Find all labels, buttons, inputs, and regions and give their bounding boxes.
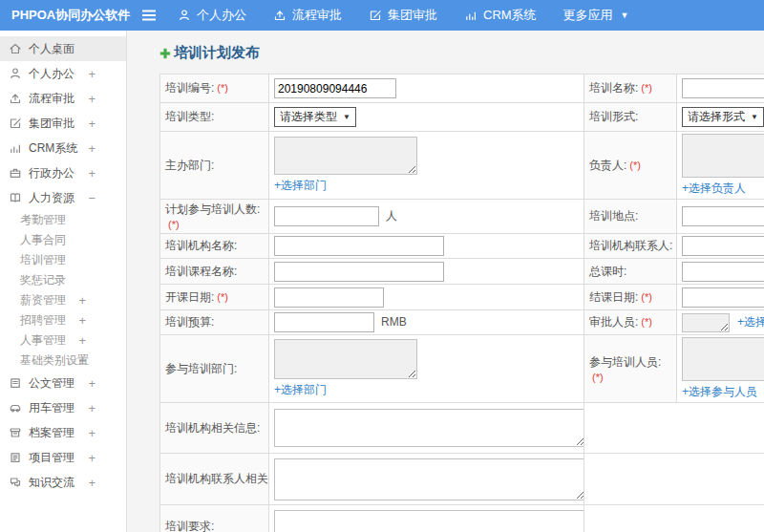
sidebar-item-13[interactable]: 人事管理+ (0, 330, 126, 351)
form-text-input[interactable] (682, 236, 764, 256)
field-label: 培训要求: (165, 520, 214, 532)
hamburger-menu-icon[interactable] (141, 9, 157, 22)
sidebar-item-label: 流程审批 (29, 91, 74, 107)
field-value-cell (677, 200, 764, 234)
expand-plus-icon[interactable]: + (88, 401, 96, 415)
field-label-cell: 培训预算: (160, 310, 269, 335)
top-bar: PHPOA协同办公软件 个人办公流程审批集团审批CRM系统更多应用▼ (0, 0, 764, 31)
sidebar-item-14[interactable]: 基础类别设置+ (0, 351, 126, 371)
picker-link[interactable]: +选择部门 (274, 178, 327, 194)
nav-item-0[interactable]: 个人办公 (178, 7, 246, 24)
sidebar-item-4[interactable]: CRM系统+ (0, 136, 126, 160)
home-icon (8, 42, 22, 55)
expand-plus-icon[interactable]: + (88, 141, 96, 156)
expand-plus-icon[interactable]: + (88, 451, 96, 465)
sidebar-item-label: 用车管理 (29, 400, 74, 416)
required-mark: (*) (641, 82, 652, 94)
sidebar-item-label: 项目管理 (29, 450, 74, 466)
process-icon (273, 9, 286, 22)
form-text-input[interactable] (274, 236, 444, 256)
picker-link[interactable]: +选择参与人员 (682, 384, 757, 400)
form-select[interactable]: 请选择类型▼ (274, 107, 356, 127)
expand-plus-icon[interactable]: + (88, 117, 96, 131)
sidebar-item-11[interactable]: 薪资管理+ (0, 290, 126, 310)
sidebar-item-8[interactable]: 人事合同 (0, 230, 126, 250)
nav-item-3[interactable]: CRM系统 (464, 7, 537, 24)
form-textarea[interactable] (274, 458, 584, 500)
form-text-input[interactable] (682, 287, 764, 308)
picker-textarea[interactable] (274, 137, 417, 175)
field-label-cell: 培训机构相关信息: (160, 403, 269, 454)
select-value: 请选择类型 (280, 109, 337, 125)
field-label: 参与培训人员: (589, 355, 661, 369)
nav-item-1[interactable]: 流程审批 (273, 7, 342, 24)
form-text-input[interactable] (682, 206, 764, 226)
form-text-input[interactable] (274, 206, 379, 226)
form-text-input[interactable] (274, 78, 396, 98)
sidebar-item-17[interactable]: 档案管理+ (0, 420, 126, 445)
briefcase-icon (8, 166, 22, 180)
sidebar-item-0[interactable]: 个人桌面 (0, 36, 126, 61)
expand-plus-icon[interactable]: + (88, 426, 96, 440)
field-label: 总课时: (589, 265, 626, 278)
expand-plus-icon[interactable]: + (88, 376, 96, 391)
field-label-cell: 培训要求: (160, 505, 269, 532)
picker-textarea[interactable] (682, 313, 730, 332)
sidebar-item-3[interactable]: 集团审批+ (0, 111, 126, 136)
sidebar-item-9[interactable]: 培训管理 (0, 250, 126, 270)
nav-item-2[interactable]: 集团审批 (369, 7, 437, 24)
expand-plus-icon[interactable]: + (88, 67, 96, 81)
sidebar-item-2[interactable]: 流程审批+ (0, 86, 126, 111)
picker-link[interactable]: +选择负责人 (682, 181, 746, 197)
expand-plus-icon[interactable]: + (78, 293, 86, 308)
form-select[interactable]: 请选择形式▼ (682, 107, 764, 127)
sidebar-item-label: 薪资管理 (20, 292, 66, 309)
picker-link[interactable]: +选择审批人员 (737, 314, 764, 330)
expand-plus-icon[interactable]: + (88, 166, 96, 181)
field-value-cell (269, 454, 584, 505)
form-text-input[interactable] (274, 262, 444, 282)
field-label-cell: 培训机构联系人相关信息: (160, 454, 269, 505)
expand-plus-icon[interactable]: + (78, 313, 86, 328)
sidebar-item-7[interactable]: 考勤管理 (0, 210, 126, 230)
form-text-input[interactable] (274, 312, 374, 332)
field-value-cell (269, 74, 584, 103)
nav-item-label: 个人办公 (197, 7, 246, 24)
expand-plus-icon[interactable]: + (78, 333, 86, 348)
form-text-input[interactable] (274, 287, 384, 308)
archive-icon (8, 426, 22, 439)
field-label: 培训机构相关信息: (165, 421, 260, 435)
picker-textarea[interactable] (274, 339, 417, 379)
form-row: 参与培训部门:+选择部门参与培训人员:(*)+选择参与人员 (160, 335, 764, 403)
field-value-cell (269, 285, 584, 310)
picker-textarea[interactable] (682, 134, 764, 178)
field-label-cell: 主办部门: (160, 132, 269, 200)
sidebar-item-12[interactable]: 招聘管理+ (0, 310, 126, 330)
form-textarea[interactable] (274, 510, 584, 532)
form-textarea[interactable] (274, 409, 584, 447)
expand-plus-icon[interactable]: + (78, 353, 86, 368)
expand-plus-icon[interactable]: + (88, 92, 96, 106)
sidebar-item-15[interactable]: 公文管理+ (0, 371, 126, 395)
required-mark: (*) (217, 291, 228, 303)
picker-textarea[interactable] (682, 337, 764, 381)
sidebar-item-18[interactable]: 项目管理+ (0, 445, 126, 470)
sidebar-item-6[interactable]: 人力资源− (0, 185, 126, 210)
form-row: 培训预算:RMB审批人员:(*)+选择审批人员 (160, 310, 764, 335)
sidebar-item-10[interactable]: 奖惩记录 (0, 270, 126, 290)
sidebar-item-5[interactable]: 行政办公+ (0, 160, 126, 185)
sidebar-item-19[interactable]: 知识交流+ (0, 470, 126, 495)
collapse-minus-icon[interactable]: − (88, 191, 96, 205)
field-label-cell: 负责人:(*) (584, 132, 677, 200)
expand-plus-icon[interactable]: + (88, 476, 96, 490)
field-label: 开课日期: (165, 290, 214, 304)
nav-item-4[interactable]: 更多应用▼ (563, 7, 629, 24)
chevron-down-icon: ▼ (751, 113, 758, 121)
field-label-cell: 培训课程名称: (160, 259, 269, 285)
form-text-input[interactable] (682, 78, 764, 98)
sidebar-item-1[interactable]: 个人办公+ (0, 61, 126, 86)
form-row: 培训机构名称:培训机构联系人: (160, 234, 764, 259)
sidebar-item-16[interactable]: 用车管理+ (0, 395, 126, 420)
form-text-input[interactable] (682, 262, 764, 282)
picker-link[interactable]: +选择部门 (274, 382, 327, 398)
